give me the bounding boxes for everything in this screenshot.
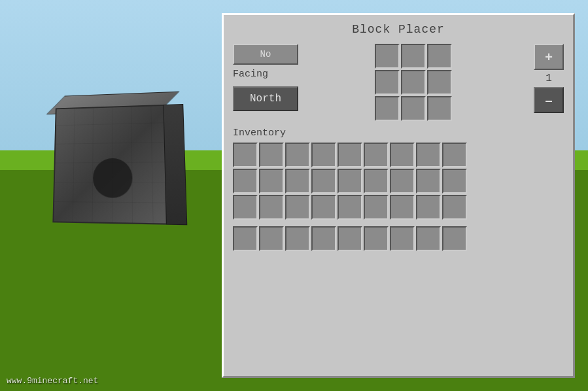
block-face-side [163, 104, 187, 225]
inv-2-0[interactable] [233, 195, 258, 220]
inv-2-7[interactable] [416, 195, 441, 220]
hotbar-2[interactable] [285, 226, 310, 251]
inventory-main-grid [233, 143, 564, 220]
left-controls: No Facing North [233, 44, 298, 111]
inv-0-7[interactable] [416, 143, 441, 167]
minus-button[interactable]: – [534, 87, 564, 113]
north-button[interactable]: North [233, 86, 298, 111]
inventory-section: Inventory [233, 128, 564, 251]
slot-0-1[interactable] [401, 44, 426, 69]
counter-display: 1 [545, 73, 552, 84]
slot-0-0[interactable] [375, 44, 400, 69]
inv-2-3[interactable] [311, 195, 336, 220]
right-counter: + 1 – [534, 44, 564, 113]
inv-0-0[interactable] [233, 143, 258, 167]
slot-0-2[interactable] [427, 44, 452, 69]
watermark: www.9minecraft.net [7, 376, 98, 386]
hotbar-7[interactable] [416, 226, 441, 251]
hotbar-0[interactable] [233, 226, 258, 251]
inventory-label: Inventory [233, 128, 564, 139]
facing-label: Facing [233, 69, 298, 80]
inv-1-3[interactable] [311, 169, 336, 194]
block-placer-panel: Block Placer No Facing North [222, 13, 575, 378]
inv-0-6[interactable] [390, 143, 415, 167]
hotbar-4[interactable] [337, 226, 362, 251]
hotbar-grid [233, 226, 564, 251]
inv-0-4[interactable] [337, 143, 362, 167]
slot-2-1[interactable] [401, 96, 426, 121]
inv-1-1[interactable] [259, 169, 284, 194]
inv-1-6[interactable] [390, 169, 415, 194]
inv-1-0[interactable] [233, 169, 258, 194]
inv-0-1[interactable] [259, 143, 284, 167]
block-detail [93, 158, 133, 198]
hotbar-6[interactable] [390, 226, 415, 251]
plus-button[interactable]: + [534, 44, 564, 70]
inv-2-4[interactable] [337, 195, 362, 220]
slot-2-0[interactable] [375, 96, 400, 121]
inv-0-8[interactable] [442, 143, 467, 167]
slot-grid-container [303, 44, 523, 121]
inv-0-2[interactable] [285, 143, 310, 167]
inv-2-5[interactable] [364, 195, 389, 220]
slot-1-2[interactable] [427, 70, 452, 95]
inv-1-5[interactable] [364, 169, 389, 194]
hotbar-8[interactable] [442, 226, 467, 251]
hotbar-container [233, 226, 564, 251]
hotbar-3[interactable] [311, 226, 336, 251]
inv-2-8[interactable] [442, 195, 467, 220]
no-button[interactable]: No [233, 44, 298, 65]
slot-1-0[interactable] [375, 70, 400, 95]
panel-title: Block Placer [233, 23, 564, 36]
inv-1-4[interactable] [337, 169, 362, 194]
inv-2-6[interactable] [390, 195, 415, 220]
block-face-front [52, 105, 173, 225]
inv-2-1[interactable] [259, 195, 284, 220]
inv-1-8[interactable] [442, 169, 467, 194]
hotbar-5[interactable] [364, 226, 389, 251]
input-slot-grid [375, 44, 452, 121]
inv-1-7[interactable] [416, 169, 441, 194]
slot-1-1[interactable] [401, 70, 426, 95]
slot-2-2[interactable] [427, 96, 452, 121]
inv-0-3[interactable] [311, 143, 336, 167]
block-model [39, 92, 188, 240]
inv-0-5[interactable] [364, 143, 389, 167]
minecraft-block [39, 92, 203, 255]
inv-2-2[interactable] [285, 195, 310, 220]
top-section: No Facing North + 1 [233, 44, 564, 121]
inv-1-2[interactable] [285, 169, 310, 194]
hotbar-1[interactable] [259, 226, 284, 251]
